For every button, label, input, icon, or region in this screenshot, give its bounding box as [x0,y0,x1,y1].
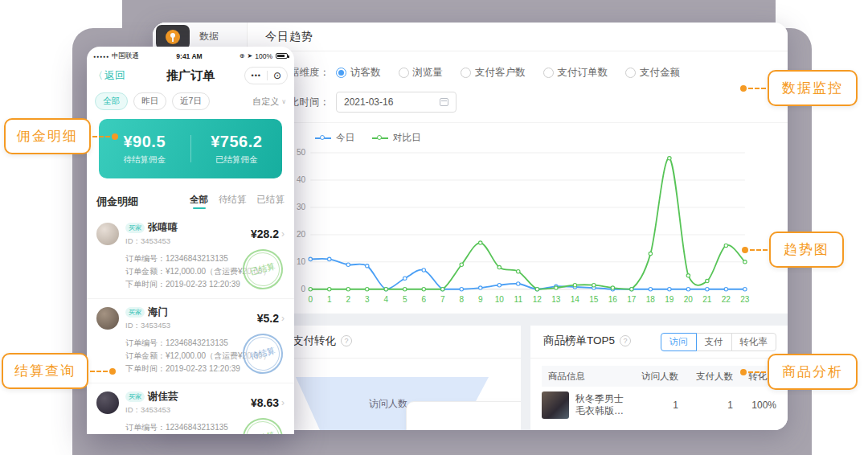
dimension-radio-支付订单数[interactable]: 支付订单数 [543,66,608,80]
svg-text:14: 14 [571,295,580,304]
commission-list-title: 佣金明细 [96,195,138,209]
top5-column: 支付人数 [678,371,733,383]
dimension-label: 据维度： [289,66,330,80]
commission-tab-全部[interactable]: 全部 [190,194,208,209]
filter-pill-全部[interactable]: 全部 [95,92,128,110]
product-name: 秋冬季男士毛衣韩版宽松 [575,393,624,417]
buyer-badge: 买家 [125,223,145,233]
dashboard-title: 今日趋势 [265,30,313,44]
top5-filter-group: 访问支付转化率 [661,333,777,351]
svg-text:20: 20 [684,295,694,304]
menu-dots-icon[interactable]: ••• [245,72,266,80]
callout-dot-icon [109,368,116,375]
commission-tab-待结算[interactable]: 待结算 [219,194,247,209]
svg-text:50: 50 [297,148,306,157]
compare-row: 比时间： 2021-03-16 [289,92,457,113]
miniprogram-capsule[interactable]: ••• ⊙ [244,67,288,84]
callout-settlement-query: 结算查询 [2,353,116,389]
filter-pill-昨日[interactable]: 昨日 [133,92,166,110]
buyer-name: 张嘻嘻 [148,221,178,235]
order-amount: ¥8.63› [251,396,285,409]
app-logo-icon [156,25,190,49]
dashed-line [750,249,768,251]
top5-filter-支付[interactable]: 支付 [696,333,732,351]
phone-mockup: ●●●●● 中国联通 9:41 AM ⊕ ➤ 100% 返回 推广订单 ••• … [87,47,294,434]
settled-label: 已结算佣金 [191,154,283,166]
callout-dot-icon [740,85,747,92]
svg-text:9: 9 [478,295,483,304]
funnel-stage-label: 访问人数 [369,397,407,411]
order-amount: ¥28.2› [251,228,285,240]
orange-pin-icon [166,30,180,44]
svg-text:7: 7 [440,295,445,304]
dimension-radio-浏览量[interactable]: 浏览量 [399,66,444,80]
svg-text:18: 18 [646,295,656,304]
legend-item[interactable]: 今日 [315,132,354,144]
location-icon: ➤ [248,52,253,59]
svg-text:22: 22 [722,295,731,304]
commission-tabs: 全部待结算已结算 [190,194,285,209]
top5-filter-转化率[interactable]: 转化率 [731,333,777,351]
chevron-right-icon: › [281,397,285,408]
dashed-line [90,371,108,372]
svg-text:16: 16 [608,295,618,304]
legend-item[interactable]: 对比日 [372,132,421,144]
filter-pill-近7日[interactable]: 近7日 [172,92,210,110]
help-icon[interactable] [620,335,631,346]
order-item[interactable]: 买家谢佳芸 ID：3453453 ¥8.63› 订单编号：12346843213… [87,383,294,434]
signal-icon: ●●●●● [93,54,109,59]
funnel-tooltip [406,401,521,430]
close-capsule-icon[interactable]: ⊙ [268,70,287,81]
carrier-label: 中国联通 [112,51,139,61]
svg-text:0: 0 [308,295,313,304]
dimension-row: 据维度： 访客数浏览量支付客户数支付订单数支付金额 [289,66,698,80]
buyer-name: 海门 [148,305,168,319]
avatar [96,391,119,414]
buyer-id: ID：3453453 [125,236,251,247]
svg-text:3: 3 [365,295,370,304]
svg-text:21: 21 [702,295,712,304]
svg-text:10: 10 [495,295,505,304]
commission-tab-已结算[interactable]: 已结算 [257,194,285,209]
dimension-radio-支付金额[interactable]: 支付金额 [625,66,680,80]
order-item[interactable]: 买家张嘻嘻 ID：3453453 ¥28.2› 订单编号：12346843213… [87,215,294,298]
help-icon[interactable] [341,335,352,346]
legend-line-icon [372,137,388,139]
buyer-badge: 买家 [125,391,145,402]
conversion-panel-title: 支付转化 [293,334,336,348]
chevron-down-icon: ∨ [281,98,286,105]
buyer-id: ID：3453453 [125,321,257,331]
svg-text:8: 8 [459,295,464,304]
top5-panel-title: 商品榜单TOP5 [543,334,615,348]
pay-count: 1 [678,400,733,411]
product-image [542,391,569,419]
status-bar: ●●●●● 中国联通 9:41 AM ⊕ ➤ 100% [87,47,294,63]
dimension-radio-支付客户数[interactable]: 支付客户数 [461,66,526,80]
dimension-radio-访客数[interactable]: 访客数 [336,66,381,80]
pending-label: 待结算佣金 [99,154,190,166]
battery-icon [276,53,288,59]
svg-text:15: 15 [589,295,599,304]
dashed-line [748,88,766,89]
buyer-name: 谢佳芸 [148,390,178,404]
order-item[interactable]: 买家海门 ID：3453453 ¥5.2› 订单编号：1234684321313… [87,298,294,383]
top5-column: 访问人数 [624,371,678,383]
clock-label: 9:41 AM [176,52,202,60]
svg-text:0: 0 [301,285,306,293]
filter-row: 全部昨日近7日 自定义 ∨ [87,88,294,114]
avatar [96,307,119,330]
top5-row[interactable]: 秋冬季男士毛衣韩版宽松 1 1 100% [542,391,783,419]
svg-text:13: 13 [551,295,561,304]
compare-date-input[interactable]: 2021-03-16 [336,92,457,113]
conversion-rate: 100% [733,400,776,411]
callout-data-monitor: 数据监控 [740,70,858,106]
svg-text:11: 11 [514,295,523,304]
svg-text:12: 12 [533,295,542,304]
legend-line-icon [315,137,331,139]
buyer-id: ID：3453453 [125,405,251,416]
back-button[interactable]: 返回 [93,68,125,83]
custom-range-button[interactable]: 自定义 ∨ [252,96,286,108]
top5-filter-访问[interactable]: 访问 [661,333,697,351]
svg-text:20: 20 [297,230,306,239]
orientation-lock-icon: ⊕ [240,52,245,59]
